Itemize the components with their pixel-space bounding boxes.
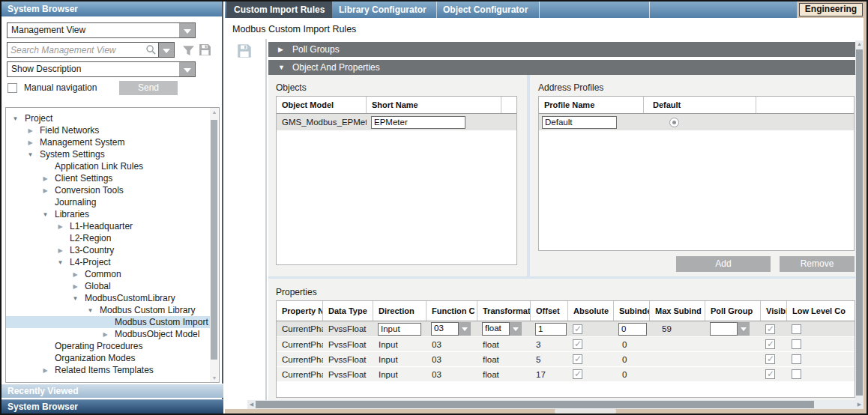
visibility-checkbox[interactable] bbox=[765, 324, 775, 334]
function-code-dropdown[interactable]: 03 bbox=[431, 322, 471, 336]
column-header-short-name[interactable]: Short Name bbox=[367, 97, 501, 113]
expand-arrow-icon[interactable] bbox=[27, 151, 34, 158]
visibility-checkbox[interactable] bbox=[765, 339, 775, 349]
send-button[interactable]: Send bbox=[119, 81, 178, 95]
column-header-poll-group[interactable]: Poll Group bbox=[705, 301, 761, 321]
tree-item-field-networks[interactable]: Field Networks bbox=[6, 124, 219, 136]
properties-row[interactable]: CurrentPha PvssFloat 03 float 59 bbox=[277, 321, 855, 336]
object-and-properties-section-header[interactable]: Object And Properties bbox=[268, 60, 855, 75]
tab-custom-import-rules[interactable]: Custom Import Rules bbox=[226, 1, 332, 18]
tree-item-management-system[interactable]: Management System bbox=[6, 136, 219, 148]
tree-item-project[interactable]: Project bbox=[6, 112, 219, 124]
tree-item-modbusobject-model[interactable]: ModbusObject Model bbox=[6, 328, 219, 340]
search-icon[interactable] bbox=[143, 42, 159, 58]
system-browser-bar[interactable]: System Browser bbox=[1, 399, 223, 414]
properties-row[interactable]: CurrentPha PvssFloat Input 03 float 5 0 bbox=[277, 351, 855, 366]
properties-row[interactable]: CurrentPha PvssFloat Input 03 float 3 0 bbox=[277, 336, 855, 351]
absolute-checkbox[interactable] bbox=[573, 354, 582, 364]
scroll-left-icon[interactable]: ◀ bbox=[247, 400, 256, 409]
collapse-arrow-icon[interactable] bbox=[27, 127, 34, 134]
tree-item-common[interactable]: Common bbox=[6, 268, 219, 280]
tab-object-configurator[interactable]: Object Configurator bbox=[437, 1, 540, 18]
tree-item-global[interactable]: Global bbox=[6, 280, 219, 292]
offset-input[interactable] bbox=[535, 323, 567, 336]
tree-item-l3-country[interactable]: L3-Country bbox=[6, 244, 219, 256]
visibility-checkbox[interactable] bbox=[765, 354, 775, 364]
scroll-down-icon[interactable]: ▼ bbox=[210, 375, 219, 381]
collapse-arrow-icon[interactable] bbox=[278, 42, 286, 57]
horizontal-scrollbar[interactable]: ◀ ▶ bbox=[247, 400, 864, 409]
filter-icon[interactable] bbox=[182, 44, 195, 57]
column-header-visibility[interactable]: Visibi bbox=[761, 301, 787, 321]
search-dropdown-icon[interactable] bbox=[159, 42, 175, 58]
absolute-checkbox[interactable] bbox=[573, 369, 582, 379]
collapse-arrow-icon[interactable] bbox=[42, 175, 49, 182]
absolute-checkbox[interactable] bbox=[573, 324, 582, 334]
profile-name-input[interactable] bbox=[542, 116, 617, 129]
tree-item-modbus-custom-import-rules[interactable]: Modbus Custom Import Rules bbox=[6, 316, 219, 328]
remove-button[interactable]: Remove bbox=[780, 256, 855, 272]
column-header-profile-name[interactable]: Profile Name bbox=[539, 97, 644, 113]
scroll-up-icon[interactable]: ▲ bbox=[210, 109, 219, 115]
column-header-absolute[interactable]: Absolute bbox=[568, 301, 614, 321]
expand-arrow-icon[interactable] bbox=[12, 115, 19, 122]
collapse-arrow-icon[interactable] bbox=[57, 223, 64, 230]
tab-library-configurator[interactable]: Library Configurator bbox=[332, 1, 437, 18]
low-level-checkbox[interactable] bbox=[792, 339, 801, 349]
vertical-scrollbar[interactable]: ▲ bbox=[855, 40, 864, 400]
search-input[interactable] bbox=[7, 42, 143, 58]
low-level-checkbox[interactable] bbox=[792, 354, 801, 364]
column-header-property-name[interactable]: Property N bbox=[277, 301, 323, 321]
collapse-arrow-icon[interactable] bbox=[102, 331, 109, 338]
tree-item-modbus-custom-library[interactable]: Modbus Custom Library bbox=[6, 304, 219, 316]
column-header-data-type[interactable]: Data Type bbox=[323, 301, 373, 321]
view-selector-dropdown[interactable]: Management View bbox=[7, 22, 196, 38]
tree-item-conversion-tools[interactable]: Conversion Tools bbox=[6, 184, 219, 196]
collapse-arrow-icon[interactable] bbox=[57, 247, 64, 254]
transformation-dropdown[interactable]: float bbox=[482, 322, 522, 336]
column-header-function-code[interactable]: Function C bbox=[427, 301, 477, 321]
column-header-max-subindex[interactable]: Max Subind bbox=[650, 301, 705, 321]
manual-navigation-checkbox[interactable] bbox=[7, 83, 17, 93]
tree-item-journaling[interactable]: Journaling bbox=[6, 196, 219, 208]
column-header-direction[interactable]: Direction bbox=[373, 301, 427, 321]
tree-item-l4-project[interactable]: L4-Project bbox=[6, 256, 219, 268]
tree-item-system-settings[interactable]: System Settings bbox=[6, 148, 219, 160]
absolute-checkbox[interactable] bbox=[573, 339, 582, 349]
direction-input[interactable] bbox=[378, 323, 421, 336]
tree-item-organization-modes[interactable]: Organization Modes bbox=[6, 352, 219, 364]
chevron-down-icon[interactable] bbox=[179, 23, 195, 37]
save-filter-icon[interactable] bbox=[199, 43, 211, 56]
low-level-checkbox[interactable] bbox=[792, 369, 801, 379]
collapse-arrow-icon[interactable] bbox=[72, 283, 79, 290]
objects-row[interactable]: GMS_Modbus_EPMeter bbox=[277, 114, 516, 130]
expand-arrow-icon[interactable] bbox=[278, 60, 286, 75]
scroll-right-icon[interactable]: ▶ bbox=[855, 400, 864, 409]
column-header-offset[interactable]: Offset bbox=[531, 301, 568, 321]
scrollbar-thumb[interactable] bbox=[211, 120, 217, 360]
default-profile-radio[interactable] bbox=[669, 118, 679, 127]
poll-group-dropdown[interactable] bbox=[710, 322, 750, 336]
scrollbar-thumb[interactable] bbox=[256, 401, 814, 408]
low-level-checkbox[interactable] bbox=[792, 324, 801, 334]
expand-arrow-icon[interactable] bbox=[87, 307, 94, 314]
expand-arrow-icon[interactable] bbox=[72, 295, 79, 302]
save-icon[interactable] bbox=[237, 43, 252, 58]
tree-item-l2-region[interactable]: L2-Region bbox=[6, 232, 219, 244]
tree-item-libraries[interactable]: Libraries bbox=[6, 208, 219, 220]
tree-item-modbuscustomlibrary[interactable]: ModbusCustomLibrary bbox=[6, 292, 219, 304]
tree-item-application-link-rules[interactable]: Application Link Rules bbox=[6, 160, 219, 172]
collapse-arrow-icon[interactable] bbox=[72, 271, 79, 278]
splitter-handle[interactable] bbox=[555, 409, 616, 414]
chevron-down-icon[interactable] bbox=[738, 322, 750, 336]
properties-row[interactable]: CurrentPha PvssFloat Input 03 float 17 0 bbox=[277, 366, 855, 381]
scrollbar-thumb[interactable] bbox=[856, 49, 863, 396]
column-header-object-model[interactable]: Object Model bbox=[277, 97, 367, 113]
collapse-arrow-icon[interactable] bbox=[27, 139, 34, 146]
tree-item-client-settings[interactable]: Client Settings bbox=[6, 172, 219, 184]
tree-item-operating-procedures[interactable]: Operating Procedures bbox=[6, 340, 219, 352]
expand-arrow-icon[interactable] bbox=[57, 259, 64, 266]
engineering-mode-button[interactable]: Engineering bbox=[799, 3, 863, 16]
recently-viewed-bar[interactable]: Recently Viewed bbox=[1, 384, 223, 398]
collapse-arrow-icon[interactable] bbox=[42, 187, 49, 194]
